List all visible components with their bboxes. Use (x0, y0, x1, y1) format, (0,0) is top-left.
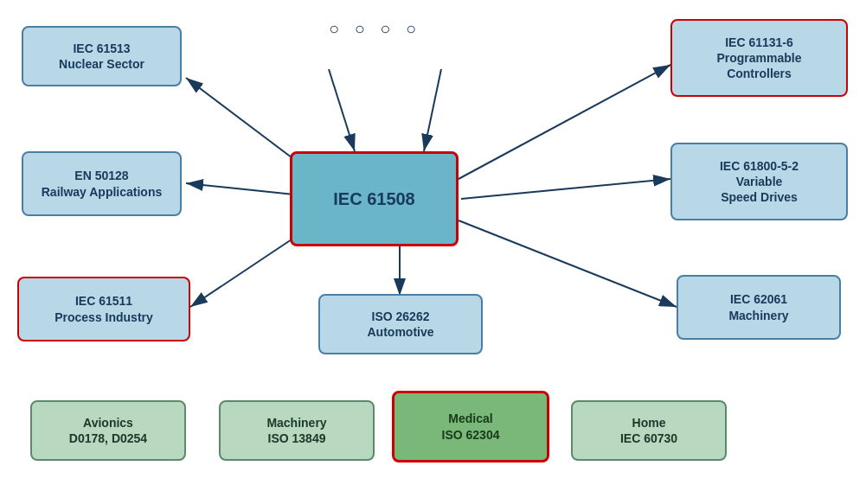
box-railway: EN 50128 Railway Applications (22, 151, 182, 216)
center-box-iec61508: IEC 61508 (290, 151, 459, 246)
box-machinery-iso-line2: ISO 13849 (266, 431, 326, 446)
box-nuclear-line1: IEC 61513 (59, 41, 144, 56)
box-medical: Medical ISO 62304 (392, 391, 549, 463)
box-home-line2: IEC 60730 (620, 431, 677, 446)
box-nuclear: IEC 61513 Nuclear Sector (22, 26, 182, 86)
box-avionics-line2: D0178, D0254 (69, 431, 147, 446)
box-machinery-iso: Machinery ISO 13849 (219, 400, 375, 461)
box-speeddrives-line2: Variable (720, 174, 799, 189)
svg-line-5 (459, 65, 670, 179)
box-automotive-line2: Automotive (368, 324, 434, 340)
box-medical-line1: Medical (442, 411, 500, 426)
box-programmable-line3: Controllers (716, 66, 801, 81)
box-medical-line2: ISO 62304 (442, 427, 500, 443)
dots-indicator: ○ ○ ○ ○ (329, 19, 421, 39)
box-speed-drives: IEC 61800-5-2 Variable Speed Drives (670, 143, 848, 220)
box-process-line2: Process Industry (55, 309, 153, 325)
diagram: ○ ○ ○ ○ IEC 61508 (0, 0, 866, 504)
box-avionics-line1: Avionics (69, 415, 147, 431)
box-process: IEC 61511 Process Industry (17, 277, 190, 341)
box-speeddrives-line1: IEC 61800-5-2 (720, 158, 799, 174)
svg-line-9 (329, 69, 355, 151)
svg-line-10 (424, 69, 441, 151)
box-programmable-line2: Programmable (716, 50, 801, 66)
box-machinery-iec-line2: Machinery (728, 308, 788, 323)
box-machinery-iso-line1: Machinery (266, 415, 326, 431)
box-home: Home IEC 60730 (571, 400, 727, 461)
box-home-line1: Home (620, 415, 677, 431)
svg-line-7 (459, 220, 677, 307)
svg-line-3 (186, 183, 294, 195)
box-nuclear-line2: Nuclear Sector (59, 56, 144, 72)
box-automotive-line1: ISO 26262 (368, 309, 434, 324)
box-railway-line1: EN 50128 (42, 168, 163, 183)
box-automotive: ISO 26262 Automotive (318, 294, 483, 354)
box-machinery-iec: IEC 62061 Machinery (677, 275, 841, 340)
box-avionics: Avionics D0178, D0254 (30, 400, 186, 461)
box-process-line1: IEC 61511 (55, 293, 153, 309)
svg-line-6 (461, 179, 670, 199)
box-programmable: IEC 61131-6 Programmable Controllers (670, 19, 848, 97)
box-machinery-iec-line1: IEC 62061 (728, 291, 788, 307)
box-programmable-line1: IEC 61131-6 (716, 35, 801, 50)
box-railway-line2: Railway Applications (42, 184, 163, 200)
box-speeddrives-line3: Speed Drives (720, 189, 799, 205)
